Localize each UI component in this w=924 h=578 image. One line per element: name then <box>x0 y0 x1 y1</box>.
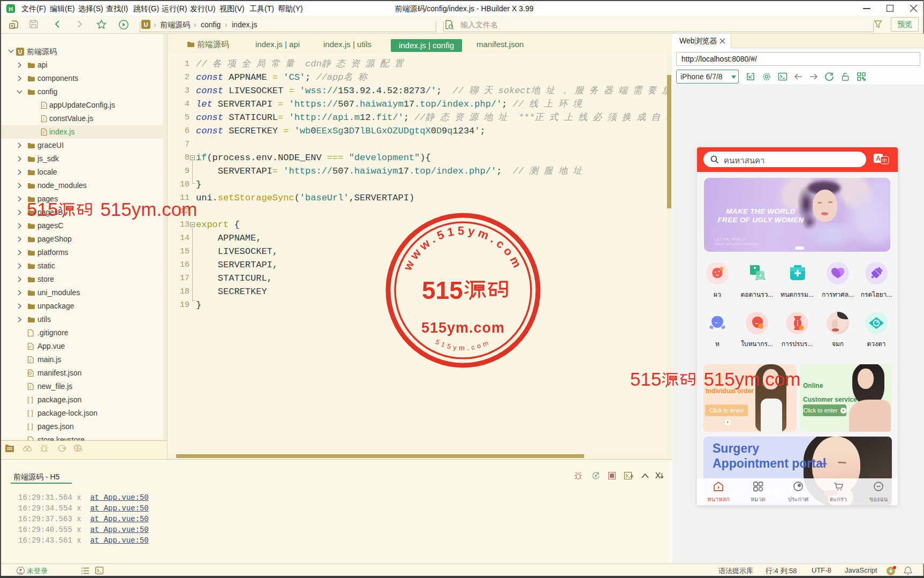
svg-text:J: J <box>42 117 44 121</box>
svg-text:H: H <box>9 6 13 12</box>
svg-text:515ym.com: 515ym.com <box>421 320 505 336</box>
svg-text:J: J <box>42 131 44 134</box>
svg-text:J: J <box>42 104 44 108</box>
svg-text:V: V <box>29 345 32 349</box>
svg-text:515ym.com: 515ym.com <box>434 338 492 352</box>
svg-text:515: 515 <box>422 276 463 304</box>
svg-text:U: U <box>18 49 22 55</box>
svg-text:J: J <box>29 358 31 362</box>
svg-text:U: U <box>144 21 148 28</box>
svg-text:J: J <box>29 385 31 389</box>
